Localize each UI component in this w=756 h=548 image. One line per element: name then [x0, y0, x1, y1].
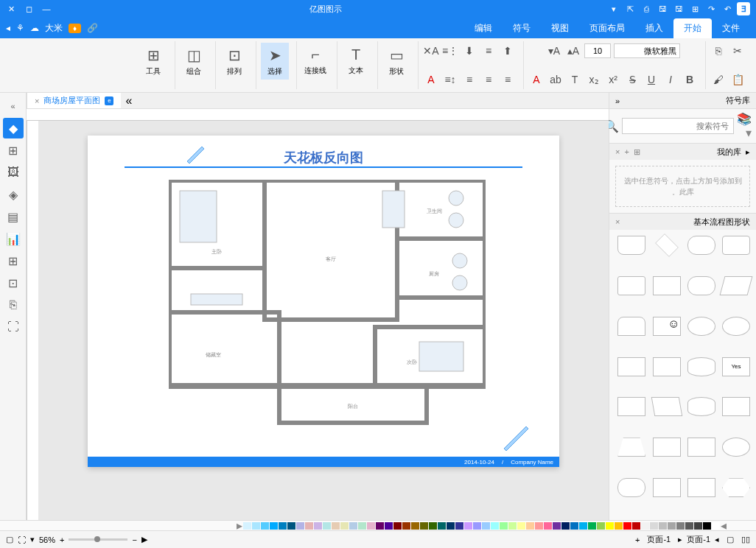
panel-toggle-icon[interactable]: » — [121, 94, 136, 108]
color-swatch[interactable] — [553, 522, 561, 530]
color-swatch[interactable] — [685, 522, 693, 530]
color-swatch[interactable] — [561, 522, 570, 530]
save-icon[interactable]: 🖫 — [673, 4, 684, 14]
sync-icon[interactable]: ⚘ — [16, 23, 24, 33]
fit-page-icon[interactable]: ▢ — [6, 535, 13, 544]
group-button[interactable]: ◫组合 — [180, 43, 208, 80]
color-swatch[interactable] — [464, 522, 472, 530]
color-swatch[interactable] — [641, 522, 649, 530]
color-swatch[interactable] — [676, 522, 685, 530]
shape-item[interactable] — [617, 478, 645, 497]
align-mid-icon[interactable]: ≡ — [480, 43, 497, 59]
floorplan[interactable]: 主卧 客厅 卫生间 厨房 储藏室 次卧 阳台 — [169, 180, 486, 430]
shape-item[interactable] — [722, 478, 750, 497]
tab-insert[interactable]: 插入 — [635, 18, 673, 38]
shape-item[interactable] — [722, 317, 750, 336]
format-painter-icon[interactable]: 🖌 — [710, 71, 727, 88]
user-name[interactable]: 大米 — [45, 22, 63, 35]
font-name-select[interactable] — [614, 43, 680, 58]
user-badge[interactable]: ♦ — [69, 24, 81, 33]
back-icon[interactable]: ◂ — [6, 23, 10, 33]
select-button[interactable]: ➤选择 — [261, 43, 289, 80]
table-icon[interactable]: ⊞ — [3, 250, 24, 271]
layout-icon[interactable]: ⊡ — [3, 273, 24, 293]
shape-item[interactable] — [651, 397, 682, 416]
print-icon[interactable]: ⎙ — [641, 4, 651, 14]
clear-format-icon[interactable]: A✕ — [423, 43, 439, 59]
color-swatch[interactable] — [261, 522, 269, 530]
color-swatch[interactable] — [340, 522, 349, 530]
redo-icon[interactable]: ↷ — [706, 4, 716, 14]
line-height-icon[interactable]: ↕≡ — [442, 71, 458, 88]
tab-start[interactable]: 开始 — [673, 18, 712, 38]
shape-item[interactable] — [687, 317, 715, 336]
color-swatch[interactable] — [703, 522, 711, 530]
bold-icon[interactable]: B — [682, 71, 698, 88]
view-mode-icon[interactable]: ▯▯ — [741, 535, 750, 544]
shape-item[interactable] — [687, 357, 715, 376]
color-swatch[interactable] — [588, 522, 596, 530]
color-swatch[interactable] — [385, 522, 393, 530]
subscript-icon[interactable]: x₂ — [586, 71, 602, 88]
color-swatch[interactable] — [367, 522, 375, 530]
copy-icon[interactable]: ⎘ — [710, 43, 727, 59]
color-swatch[interactable] — [429, 522, 437, 530]
align-top-icon[interactable]: ⬆ — [500, 43, 516, 59]
color-swatch[interactable] — [491, 522, 499, 530]
shape-item[interactable] — [722, 438, 750, 457]
color-swatch[interactable] — [694, 522, 702, 530]
search-input[interactable] — [622, 118, 734, 134]
color-swatch[interactable] — [411, 522, 419, 530]
shape-item[interactable] — [617, 438, 645, 457]
color-swatch[interactable] — [606, 522, 614, 530]
color-swatch[interactable] — [349, 522, 357, 530]
maximize-icon[interactable]: ◻ — [24, 4, 34, 14]
undo-icon[interactable]: ↶ — [722, 4, 732, 14]
shape-item[interactable] — [653, 438, 681, 457]
color-swatch[interactable] — [482, 522, 490, 530]
add-page-icon[interactable]: + — [635, 535, 640, 544]
doc-tab[interactable]: e 商场房屋平面图 × — [27, 93, 121, 108]
color-swatch[interactable] — [447, 522, 455, 530]
close-section-icon[interactable]: × — [615, 147, 620, 157]
color-swatch[interactable] — [597, 522, 605, 530]
layers-icon[interactable]: ◈ — [3, 184, 24, 205]
color-swatch[interactable] — [544, 522, 552, 530]
shape-item[interactable]: ☺ — [653, 317, 681, 336]
style-icon[interactable]: ◆ — [3, 118, 24, 138]
font-size-input[interactable] — [584, 43, 611, 58]
grid-view-icon[interactable]: ⊞ — [634, 147, 640, 157]
shape-item[interactable] — [655, 233, 679, 257]
color-swatch[interactable] — [376, 522, 384, 530]
text-button[interactable]: T文本 — [342, 43, 370, 80]
connector-button[interactable]: ⌐连接线 — [301, 43, 329, 80]
tab-close-icon[interactable]: × — [35, 96, 39, 105]
close-icon[interactable]: ✕ — [6, 4, 16, 14]
shape-item[interactable] — [722, 236, 750, 255]
shape-item[interactable] — [653, 276, 681, 295]
color-swatch[interactable] — [535, 522, 543, 530]
dropdown-icon[interactable]: ▾ — [609, 4, 619, 14]
page-next-icon[interactable]: ▸ — [678, 535, 682, 544]
font-color-icon[interactable]: A — [528, 71, 545, 88]
tools-button[interactable]: ⊞工具 — [139, 43, 167, 80]
color-swatch[interactable] — [438, 522, 446, 530]
color-swatch[interactable] — [623, 522, 631, 530]
page-name[interactable]: 页面-1 — [647, 534, 671, 545]
cloud-icon[interactable]: ☁ — [30, 23, 39, 33]
shape-item[interactable] — [722, 397, 750, 416]
shape-item[interactable] — [687, 276, 715, 295]
export-icon[interactable]: ⇱ — [625, 4, 635, 14]
color-swatch[interactable] — [579, 522, 587, 530]
align-left-icon[interactable]: ≡ — [500, 71, 516, 88]
tab-edit[interactable]: 编辑 — [464, 18, 503, 38]
page-indicator[interactable]: 页面-1 — [687, 534, 710, 545]
new-icon[interactable]: ⊞ — [690, 4, 700, 14]
shape-item[interactable] — [653, 478, 681, 497]
fullscreen-icon[interactable]: ⛶ — [3, 317, 24, 337]
cut-icon[interactable]: ✂ — [729, 43, 746, 59]
shape-item[interactable] — [687, 236, 715, 255]
expand-icon[interactable]: » — [3, 96, 24, 116]
shape-item[interactable] — [687, 438, 715, 457]
tab-symbols[interactable]: 符号 — [503, 18, 541, 38]
